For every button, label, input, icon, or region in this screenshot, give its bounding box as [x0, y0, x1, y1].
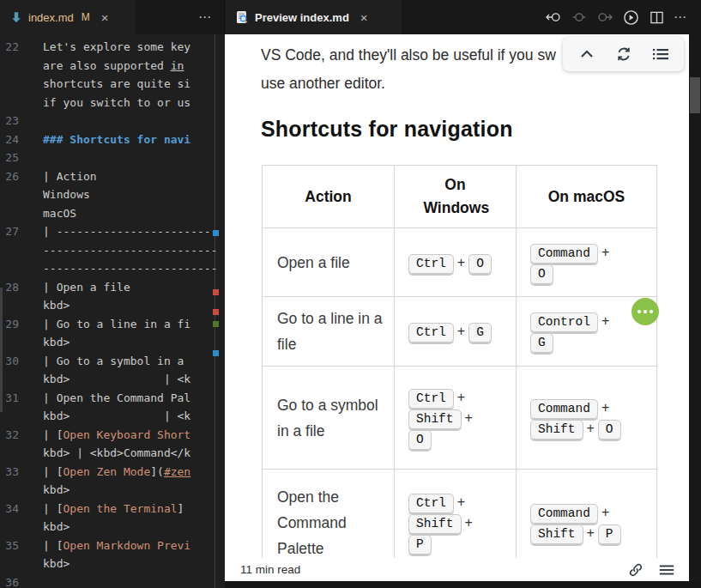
- editor-line: 35| [Open Markdown Previ: [0, 539, 225, 558]
- code-segment: | [: [43, 502, 63, 515]
- ruler-mark: [213, 309, 219, 315]
- editor-line: kbd>: [0, 336, 225, 355]
- code-segment: | [: [43, 539, 63, 552]
- line-number: [0, 299, 43, 318]
- table-cell-keys: Command+Shift+O: [517, 367, 657, 470]
- code-segment: Open the Terminal: [63, 502, 177, 515]
- line-number: 24: [0, 133, 43, 152]
- line-number: 33: [0, 465, 43, 484]
- editor-line: 31| Open the Command Pal: [0, 391, 225, 410]
- code-segment: | Open the Command Pal: [43, 391, 190, 404]
- shortcuts-table: Action On Windows On macOS Open a fileCt…: [262, 165, 657, 577]
- editor-line: kbd> | <k: [0, 373, 225, 391]
- key-line: Shift+: [408, 410, 511, 426]
- code-text: kbd>: [43, 557, 69, 576]
- more-actions-icon[interactable]: ⋯: [674, 9, 687, 25]
- kbd-key: Command: [530, 244, 598, 264]
- green-more-button[interactable]: [632, 298, 659, 325]
- ruler-mark: [213, 289, 219, 295]
- code-text: | Open a file: [43, 281, 130, 300]
- column-header-action: Action: [263, 166, 395, 228]
- editor-line: 32| [Open Keyboard Short: [0, 428, 225, 447]
- plus-sign: +: [601, 505, 609, 519]
- code-segment: shortcuts are quite si: [43, 77, 190, 90]
- code-text: shortcuts are quite si: [43, 77, 190, 96]
- editor-line: kbd>: [0, 557, 225, 576]
- editor-pane[interactable]: 22Let's explore some keyare also support…: [0, 34, 225, 588]
- code-text: are also supported in: [43, 59, 184, 78]
- code-segment: --------------------------: [43, 244, 218, 257]
- code-text: --------------------------: [43, 262, 218, 281]
- line-number: 25: [0, 151, 43, 170]
- key-line: G: [530, 334, 651, 349]
- kbd-key: Shift: [530, 524, 583, 544]
- editor-line: 34| [Open the Terminal]: [0, 502, 225, 521]
- key-line: Shift+P: [530, 525, 651, 541]
- code-text: | Go to a line in a fi: [43, 318, 190, 336]
- navigate-forward-icon[interactable]: [596, 9, 613, 26]
- code-text: | [Open Zen Mode](#zen: [43, 465, 190, 484]
- kbd-key: Ctrl: [408, 254, 454, 274]
- line-number: [0, 77, 43, 96]
- navigate-current-icon[interactable]: [571, 9, 588, 26]
- plus-sign: +: [457, 324, 465, 338]
- table-of-contents-icon[interactable]: [650, 44, 671, 64]
- refresh-icon[interactable]: [613, 44, 634, 64]
- menu-icon[interactable]: [658, 561, 675, 579]
- line-number: [0, 207, 43, 226]
- split-editor-icon[interactable]: [648, 9, 665, 26]
- code-text: | Open the Command Pal: [43, 391, 190, 410]
- scrollbar-thumb[interactable]: [690, 77, 700, 113]
- preview-scrollbar-track[interactable]: [689, 34, 701, 588]
- line-number: 36: [0, 576, 43, 588]
- table-cell-keys: Ctrl+O: [395, 228, 517, 297]
- code-text: kbd> | <k: [43, 409, 190, 428]
- run-icon[interactable]: [622, 9, 639, 26]
- close-icon[interactable]: ×: [360, 11, 368, 24]
- code-segment: kbd>: [43, 336, 69, 349]
- editor-line: 36: [0, 576, 225, 588]
- line-number: 28: [0, 281, 43, 300]
- line-number: 31: [0, 391, 43, 410]
- tab-label: Preview index.md: [255, 11, 349, 24]
- markdown-preview-pane[interactable]: VS Code, and they'll also be useful if y…: [225, 34, 689, 581]
- kbd-key: G: [468, 323, 492, 342]
- line-number: [0, 59, 43, 78]
- kbd-key: Command: [530, 504, 598, 524]
- kbd-key: Shift: [408, 514, 462, 534]
- dot: [638, 310, 641, 313]
- code-segment: ](: [150, 465, 164, 478]
- key-line: Command+: [530, 245, 651, 260]
- code-text: kbd>: [43, 483, 69, 502]
- navigate-back-icon[interactable]: [545, 9, 562, 26]
- close-icon[interactable]: ×: [101, 11, 109, 24]
- key-line: Ctrl+G: [408, 324, 511, 339]
- code-segment: | [: [43, 465, 63, 478]
- plus-sign: +: [601, 245, 609, 259]
- link-icon[interactable]: [627, 561, 644, 579]
- editor-line: 24### Shortcuts for navi: [0, 133, 225, 152]
- table-row: Go to a symbol in a fileCtrl+Shift+OComm…: [263, 367, 657, 470]
- plus-sign: +: [457, 494, 465, 509]
- code-segment: macOS: [43, 207, 76, 220]
- kbd-key: Ctrl: [408, 323, 454, 342]
- kbd-key: Control: [530, 312, 598, 332]
- tab-index-md[interactable]: index.md M ×: [0, 0, 136, 34]
- dot: [650, 310, 653, 313]
- code-text: | ------------------------: [43, 225, 218, 244]
- collapse-icon[interactable]: [577, 44, 597, 64]
- code-text: Let's explore some key: [43, 40, 190, 59]
- more-actions-icon[interactable]: ⋯: [198, 9, 212, 25]
- key-line: Command+: [530, 505, 651, 520]
- kbd-key: O: [598, 420, 621, 439]
- code-segment: kbd>: [43, 483, 69, 496]
- table-cell-keys: Ctrl+G: [395, 297, 517, 367]
- editor-line: kbd> | <k: [0, 409, 225, 428]
- table-cell-keys: Ctrl+Shift+O: [395, 367, 517, 470]
- line-number: [0, 244, 43, 263]
- code-segment: | ------------------------: [43, 225, 218, 238]
- code-segment: --------------------------: [43, 262, 218, 275]
- tab-preview-index-md[interactable]: Preview index.md ×: [225, 0, 402, 34]
- table-cell-action: Go to a line in a file: [263, 297, 395, 367]
- line-number: 35: [0, 539, 43, 558]
